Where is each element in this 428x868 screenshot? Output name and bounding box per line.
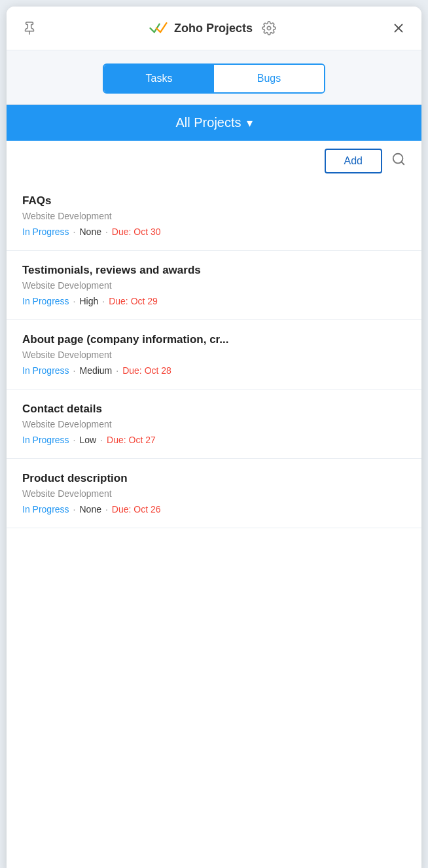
task-meta: In Progress · None · Due: Oct 30	[22, 226, 406, 237]
svg-line-5	[401, 162, 404, 164]
header: Zoho Projects	[7, 7, 421, 50]
tab-bugs[interactable]: Bugs	[214, 65, 324, 92]
task-item[interactable]: Product description Website Development …	[7, 459, 421, 528]
task-list: FAQs Website Development In Progress · N…	[7, 181, 421, 868]
task-project: Website Development	[22, 350, 406, 360]
task-project: Website Development	[22, 211, 406, 221]
project-filter-label: All Projects	[175, 115, 241, 130]
task-priority: None	[79, 504, 101, 515]
task-status: In Progress	[22, 435, 69, 445]
task-due-date: Due: Oct 30	[112, 226, 161, 237]
dot-separator: ·	[102, 296, 105, 306]
task-title: Contact details	[22, 403, 406, 416]
task-status: In Progress	[22, 296, 69, 306]
task-status: In Progress	[22, 504, 69, 515]
task-due-date: Due: Oct 27	[107, 435, 156, 445]
task-item[interactable]: Contact details Website Development In P…	[7, 389, 421, 459]
dot-separator: ·	[73, 226, 76, 237]
dot-separator: ·	[105, 504, 108, 515]
task-status: In Progress	[22, 365, 69, 376]
task-meta: In Progress · Medium · Due: Oct 28	[22, 365, 406, 376]
tabs-wrapper: Tasks Bugs	[103, 63, 325, 94]
header-right	[389, 18, 408, 38]
settings-button[interactable]	[259, 18, 279, 38]
task-meta: In Progress · None · Due: Oct 26	[22, 504, 406, 515]
task-meta: In Progress · Low · Due: Oct 27	[22, 435, 406, 445]
toolbar-row: Add	[7, 141, 421, 181]
search-button[interactable]	[389, 149, 408, 173]
zoho-logo-icon	[149, 21, 168, 35]
task-title: FAQs	[22, 194, 406, 208]
dot-separator: ·	[73, 435, 76, 445]
task-due-date: Due: Oct 29	[109, 296, 158, 306]
app-title: Zoho Projects	[174, 22, 253, 35]
tab-tasks[interactable]: Tasks	[104, 65, 214, 92]
task-project: Website Development	[22, 280, 406, 291]
task-title: Product description	[22, 472, 406, 485]
app-container: Zoho Projects Tasks Bugs All P	[7, 7, 421, 868]
task-item[interactable]: Testimonials, reviews and awards Website…	[7, 251, 421, 320]
task-due-date: Due: Oct 26	[112, 504, 161, 515]
chevron-down-icon: ▾	[247, 116, 253, 130]
add-button[interactable]: Add	[325, 149, 382, 173]
dot-separator: ·	[73, 365, 76, 376]
task-item[interactable]: About page (company information, cr... W…	[7, 320, 421, 389]
task-project: Website Development	[22, 488, 406, 499]
project-filter-bar[interactable]: All Projects ▾	[7, 105, 421, 141]
dot-separator: ·	[73, 296, 76, 306]
task-project: Website Development	[22, 419, 406, 429]
dot-separator: ·	[100, 435, 103, 445]
tabs-section: Tasks Bugs	[7, 50, 421, 105]
header-center: Zoho Projects	[39, 18, 389, 38]
task-priority: Low	[79, 435, 96, 445]
task-item[interactable]: FAQs Website Development In Progress · N…	[7, 181, 421, 251]
close-button[interactable]	[389, 18, 408, 38]
svg-point-1	[267, 26, 271, 30]
task-meta: In Progress · High · Due: Oct 29	[22, 296, 406, 306]
pin-button[interactable]	[20, 18, 39, 38]
task-priority: High	[79, 296, 98, 306]
header-left	[20, 18, 39, 38]
dot-separator: ·	[73, 504, 76, 515]
task-title: Testimonials, reviews and awards	[22, 264, 406, 277]
dot-separator: ·	[116, 365, 118, 376]
dot-separator: ·	[105, 226, 108, 237]
task-priority: None	[79, 226, 101, 237]
task-priority: Medium	[79, 365, 112, 376]
task-title: About page (company information, cr...	[22, 333, 406, 346]
task-due-date: Due: Oct 28	[122, 365, 171, 376]
task-status: In Progress	[22, 226, 69, 237]
